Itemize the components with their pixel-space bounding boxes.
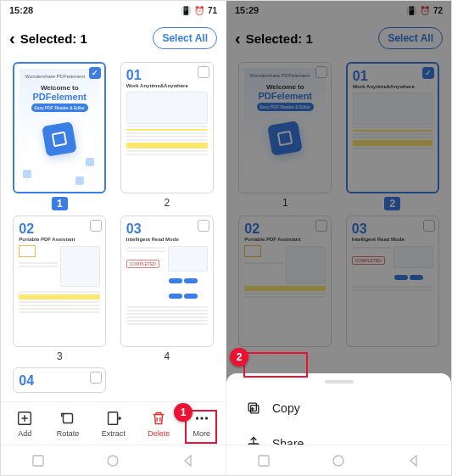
rotate-button[interactable]: Rotate xyxy=(57,409,80,438)
vibrate-icon: 📳 xyxy=(406,6,416,15)
page-thumb-3[interactable]: 02 Portable PDF Assistant 3 xyxy=(9,216,110,362)
delete-label: Delete xyxy=(148,429,170,438)
svg-point-3 xyxy=(196,417,198,419)
checkbox-icon[interactable] xyxy=(198,220,209,232)
completed-badge: COMPLETED xyxy=(352,256,385,265)
logo-text: Wondershare PDFelement xyxy=(25,74,85,79)
page-heading-text: Intelligent Read Mode xyxy=(126,237,208,242)
rotate-label: Rotate xyxy=(57,429,80,438)
back-icon[interactable]: ‹ xyxy=(9,29,15,48)
product-title: PDFelement xyxy=(32,92,86,102)
annotation-badge-2: 2 xyxy=(230,348,248,367)
alarm-icon: ⏰ xyxy=(194,6,204,15)
phone-screenshot-right: 15:29 📳 ⏰ 72 ‹ Selected: 1 Select All Wo… xyxy=(226,1,451,475)
nav-home-icon[interactable] xyxy=(106,454,120,468)
page-heading-number: 04 xyxy=(19,373,100,389)
page-thumb-4[interactable]: 03 Intelligent Read Mode COMPLETED xyxy=(117,216,218,362)
page-thumb-2[interactable]: 01 Work Anytime&Anywhere 2 xyxy=(117,62,218,210)
page-number: 2 xyxy=(164,197,170,209)
copy-item[interactable]: Copy xyxy=(226,390,451,426)
sheet-handle[interactable] xyxy=(325,380,354,384)
checkbox-icon[interactable] xyxy=(90,220,102,232)
system-nav xyxy=(226,445,451,475)
svg-point-12 xyxy=(333,456,343,466)
phone-screenshot-left: 15:28 📳 ⏰ 71 ‹ Selected: 1 Select All Wo… xyxy=(1,1,226,475)
status-bar: 15:28 📳 ⏰ 71 xyxy=(1,1,226,20)
page-heading-number: 02 xyxy=(244,221,326,237)
svg-rect-6 xyxy=(33,456,43,466)
add-button[interactable]: Add xyxy=(15,409,34,438)
nav-back-icon[interactable] xyxy=(181,454,195,468)
welcome-text: Welcome to xyxy=(41,84,79,92)
checkbox-icon[interactable] xyxy=(422,67,434,79)
page-thumb-1[interactable]: Wondershare PDFelement Welcome to PDFele… xyxy=(9,62,110,210)
more-icon xyxy=(193,409,211,428)
checkbox-icon[interactable] xyxy=(423,220,435,232)
select-all-button[interactable]: Select All xyxy=(378,27,443,49)
page-heading-text: Portable PDF Assistant xyxy=(244,237,326,242)
checkbox-icon[interactable] xyxy=(315,66,327,78)
page-heading-number: 03 xyxy=(126,221,208,237)
checkbox-icon[interactable] xyxy=(90,372,102,384)
page-number: 3 xyxy=(57,350,63,362)
page-thumb-5[interactable]: 04 xyxy=(9,367,110,393)
page-number: 1 xyxy=(282,197,288,209)
status-bar: 15:29 📳 ⏰ 72 xyxy=(226,1,451,20)
nav-back-icon[interactable] xyxy=(407,454,421,468)
nav-recent-icon[interactable] xyxy=(31,454,45,468)
extract-button[interactable]: Extract xyxy=(102,409,126,438)
header: ‹ Selected: 1 Select All xyxy=(226,20,451,57)
nav-home-icon[interactable] xyxy=(332,454,345,468)
status-time: 15:28 xyxy=(9,5,33,15)
page-title: Selected: 1 xyxy=(20,31,148,46)
add-label: Add xyxy=(18,429,31,438)
checkbox-icon[interactable] xyxy=(89,67,101,79)
back-icon[interactable]: ‹ xyxy=(235,29,241,48)
page-thumb-4[interactable]: 03 Intelligent Read Mode COMPLETED xyxy=(343,216,444,347)
page-heading-text: Portable PDF Assistant xyxy=(19,237,100,242)
delete-button[interactable]: Delete xyxy=(148,409,170,438)
page-thumb-2[interactable]: 01 Work Anytime&Anywhere 2 xyxy=(343,62,444,210)
svg-point-5 xyxy=(205,417,208,419)
completed-badge: COMPLETED xyxy=(126,260,159,268)
extract-label: Extract xyxy=(102,429,126,438)
nav-recent-icon[interactable] xyxy=(257,454,271,468)
svg-rect-11 xyxy=(259,456,269,466)
extract-icon xyxy=(104,409,123,428)
svg-rect-2 xyxy=(108,412,117,425)
page-heading-text: Intelligent Read Mode xyxy=(352,237,433,242)
status-time: 15:29 xyxy=(235,5,259,15)
page-heading-number: 03 xyxy=(352,221,433,237)
tagline: Easy PDF Reader & Editor xyxy=(257,103,314,111)
battery-icon: 72 xyxy=(433,6,443,15)
add-icon xyxy=(15,409,34,428)
page-number: 4 xyxy=(164,350,170,362)
page-title: Selected: 1 xyxy=(246,31,374,46)
svg-point-7 xyxy=(108,456,118,466)
battery-icon: 71 xyxy=(208,6,217,15)
vibrate-icon: 📳 xyxy=(181,6,191,15)
svg-point-4 xyxy=(200,417,203,419)
page-thumb-3[interactable]: 02 Portable PDF Assistant xyxy=(235,216,336,347)
checkbox-icon[interactable] xyxy=(315,220,327,232)
select-all-button[interactable]: Select All xyxy=(153,27,217,49)
welcome-text: Welcome to xyxy=(266,83,304,91)
tagline: Easy PDF Reader & Editor xyxy=(31,104,88,112)
more-button[interactable]: More xyxy=(193,409,211,438)
copy-label: Copy xyxy=(272,401,300,415)
page-heading-text: Work Anytime&Anywhere xyxy=(353,84,432,89)
page-heading-text: Work Anytime&Anywhere xyxy=(126,83,208,88)
page-heading-number: 02 xyxy=(19,221,100,237)
header: ‹ Selected: 1 Select All xyxy=(1,20,226,57)
more-label: More xyxy=(193,429,210,438)
page-number: 1 xyxy=(52,197,68,210)
toolbar: Add Rotate Extract Delete More xyxy=(1,401,226,445)
alarm-icon: ⏰ xyxy=(420,6,430,15)
system-nav xyxy=(1,445,226,475)
page-heading-number: 01 xyxy=(126,68,208,83)
page-heading-number: 01 xyxy=(353,69,432,84)
checkbox-icon[interactable] xyxy=(198,66,209,78)
status-icons: 📳 ⏰ 72 xyxy=(406,6,443,15)
copy-icon xyxy=(245,400,262,417)
page-thumb-1[interactable]: Wondershare PDFelement Welcome to PDFele… xyxy=(235,62,336,210)
